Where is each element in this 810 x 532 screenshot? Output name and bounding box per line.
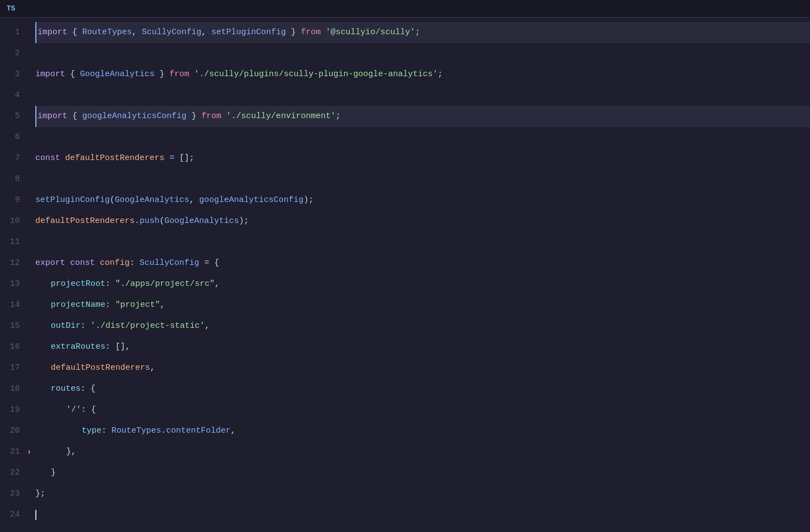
code-line xyxy=(35,504,810,525)
line-number: 20 xyxy=(0,421,20,441)
token: ; xyxy=(438,68,443,81)
token: const xyxy=(35,152,60,165)
token: type xyxy=(82,424,102,438)
token: }; xyxy=(35,487,45,501)
token: ; xyxy=(335,110,340,123)
token: ( xyxy=(110,194,115,207)
token: "./apps/project/src" xyxy=(115,278,215,291)
token: : xyxy=(105,278,115,291)
token: import xyxy=(38,110,67,123)
token: routes xyxy=(51,382,81,396)
token: }, xyxy=(66,445,76,459)
token: from xyxy=(201,110,221,123)
token: { xyxy=(67,26,82,39)
line-number: 1 xyxy=(0,22,20,43)
line-number: 24 xyxy=(0,504,20,525)
code-line xyxy=(35,232,810,253)
token xyxy=(321,26,326,39)
token: googleAnalyticsConfig xyxy=(82,110,186,123)
code-line: defaultPostRenderers.push(GoogleAnalytic… xyxy=(35,211,810,232)
token: googleAnalyticsConfig xyxy=(199,194,303,207)
token: extraRoutes xyxy=(51,341,105,354)
line-number: 17 xyxy=(0,358,20,379)
token: . xyxy=(135,215,140,228)
token: , xyxy=(205,320,210,333)
code-line: import { googleAnalyticsConfig } from '.… xyxy=(35,106,810,127)
code-line: routes: { xyxy=(35,379,810,400)
token: : xyxy=(102,424,111,438)
token: './scully/plugins/scully-plugin-google-a… xyxy=(194,68,438,81)
token: ; xyxy=(415,26,420,39)
line-number: 23 xyxy=(0,483,20,504)
line-number: 9 xyxy=(0,190,20,211)
token: projectRoot xyxy=(51,278,105,291)
line-number: 12 xyxy=(0,253,20,274)
token: RouteTypes xyxy=(82,26,132,39)
token: : xyxy=(105,299,115,312)
token: , xyxy=(231,424,236,438)
line-number: 5 xyxy=(0,106,20,127)
line-number: 15 xyxy=(0,316,20,337)
token: : xyxy=(130,257,140,270)
token: ); xyxy=(303,194,313,207)
token: './scully/environment' xyxy=(226,110,335,123)
code-line: }; xyxy=(35,483,810,504)
token: } xyxy=(154,68,169,81)
token: , xyxy=(201,26,211,39)
token: } xyxy=(51,466,56,480)
code-line xyxy=(35,85,810,106)
token: ( xyxy=(159,215,164,228)
token: setPluginConfig xyxy=(211,26,286,39)
token: defaultPostRenderers xyxy=(51,361,150,375)
code-line: import { GoogleAnalytics } from './scull… xyxy=(35,64,810,85)
token xyxy=(189,68,194,81)
line-number: 10 xyxy=(0,211,20,232)
code-line: }, xyxy=(35,441,810,462)
editor-area: 123456789101112131415161718192021222324 … xyxy=(0,18,810,532)
code-line: import { RouteTypes, ScullyConfig, setPl… xyxy=(35,22,810,43)
line-number: 21 xyxy=(0,441,20,462)
token: contentFolder xyxy=(166,424,231,438)
line-number: 3 xyxy=(0,64,20,85)
file-type-icon: TS xyxy=(7,4,15,13)
token: from xyxy=(301,26,321,39)
line-number: 7 xyxy=(0,148,20,169)
token: defaultPostRenderers xyxy=(35,215,135,228)
code-line xyxy=(35,127,810,148)
token: GoogleAnalytics xyxy=(80,68,154,81)
line-number: 8 xyxy=(0,169,20,190)
code-line xyxy=(35,43,810,64)
token: } xyxy=(186,110,201,123)
token xyxy=(65,257,70,270)
token: GoogleAnalytics xyxy=(164,215,239,228)
breadcrumb-bar: TS xyxy=(0,0,810,18)
token: : { xyxy=(81,403,96,417)
token: const xyxy=(70,257,95,270)
code-line: projectName: "project", xyxy=(35,295,810,316)
code-line: projectRoot: "./apps/project/src", xyxy=(35,274,810,295)
token xyxy=(60,152,65,165)
token: , xyxy=(150,361,155,375)
code-line: extraRoutes: [], xyxy=(35,337,810,358)
line-number: 6 xyxy=(0,127,20,148)
line-number: 19 xyxy=(0,400,20,421)
token: ScullyConfig xyxy=(140,257,199,270)
token: = { xyxy=(199,257,219,270)
token: ); xyxy=(239,215,249,228)
token: import xyxy=(38,26,67,39)
token: '@scullyio/scully' xyxy=(326,26,415,39)
code-line: type: RouteTypes.contentFolder, xyxy=(35,421,810,441)
token: export xyxy=(35,257,65,270)
token: outDir xyxy=(51,320,81,333)
token: push xyxy=(140,215,159,228)
code-line: export const config: ScullyConfig = { xyxy=(35,253,810,274)
token: '/' xyxy=(66,403,81,417)
token: "project" xyxy=(115,299,160,312)
token: defaultPostRenderers xyxy=(65,152,164,165)
line-number: 2 xyxy=(0,43,20,64)
code-content[interactable]: import { RouteTypes, ScullyConfig, setPl… xyxy=(29,18,810,532)
debug-dot xyxy=(29,449,30,455)
token xyxy=(95,257,100,270)
token: } xyxy=(286,26,301,39)
line-number: 11 xyxy=(0,232,20,253)
